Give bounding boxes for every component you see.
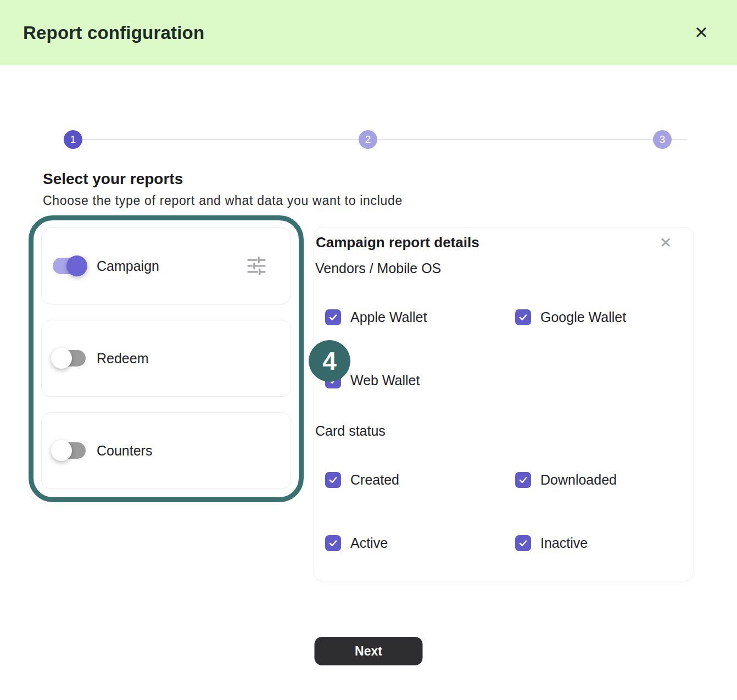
option-google-wallet[interactable]: Google Wallet — [515, 309, 626, 325]
option-created[interactable]: Created — [325, 472, 399, 488]
toggle-knob — [66, 255, 87, 276]
page-subtitle: Choose the type of report and what data … — [43, 193, 403, 208]
report-type-panel: Campaign Redeem Counters — [29, 215, 304, 502]
option-label: Created — [350, 472, 399, 488]
checkbox-checked[interactable] — [515, 309, 531, 325]
next-button[interactable]: Next — [315, 637, 423, 665]
option-apple-wallet[interactable]: Apple Wallet — [325, 309, 427, 325]
stepper-connector-line — [73, 139, 687, 140]
dialog-title: Report configuration — [23, 23, 204, 43]
report-card-counters[interactable]: Counters — [41, 412, 291, 489]
toggle-knob — [51, 440, 72, 461]
option-label: Apple Wallet — [350, 309, 427, 325]
campaign-toggle[interactable] — [53, 258, 86, 274]
option-label: Web Wallet — [350, 373, 420, 388]
campaign-report-details-panel: Campaign report details ✕ Vendors / Mobi… — [314, 227, 694, 581]
dialog-header: Report configuration ✕ — [0, 0, 737, 65]
close-icon[interactable]: ✕ — [689, 20, 714, 46]
checkbox-checked[interactable] — [325, 535, 341, 551]
report-card-campaign[interactable]: Campaign — [41, 227, 291, 304]
toggle-knob — [51, 348, 72, 369]
close-icon[interactable]: ✕ — [656, 233, 675, 253]
checkbox-checked[interactable] — [515, 472, 531, 488]
option-inactive[interactable]: Inactive — [515, 535, 588, 551]
option-label: Google Wallet — [540, 309, 626, 325]
details-panel-title: Campaign report details — [316, 234, 479, 251]
stepper-step-3[interactable]: 3 — [653, 130, 672, 149]
checkbox-checked[interactable] — [325, 309, 341, 325]
checkmark-icon — [518, 538, 528, 548]
checkbox-checked[interactable] — [515, 535, 531, 551]
report-card-redeem[interactable]: Redeem — [41, 320, 291, 397]
option-downloaded[interactable]: Downloaded — [515, 472, 617, 488]
section-label-card-status: Card status — [315, 423, 386, 439]
annotation-step-badge: 4 — [309, 340, 350, 382]
stepper-step-2[interactable]: 2 — [359, 130, 377, 149]
report-card-label: Campaign — [97, 258, 159, 274]
option-label: Active — [350, 535, 388, 551]
checkmark-icon — [328, 538, 338, 548]
checkmark-icon — [518, 312, 528, 323]
option-active[interactable]: Active — [325, 535, 388, 551]
checkmark-icon — [328, 312, 338, 323]
page-title: Select your reports — [43, 170, 183, 188]
counters-toggle[interactable] — [53, 442, 86, 459]
checkmark-icon — [328, 475, 338, 485]
option-label: Inactive — [540, 535, 588, 551]
option-label: Downloaded — [540, 472, 617, 488]
stepper-step-1[interactable]: 1 — [64, 130, 82, 149]
report-configuration-dialog: Report configuration ✕ 1 2 3 Select your… — [0, 0, 737, 700]
section-label-vendors: Vendors / Mobile OS — [315, 260, 441, 276]
sliders-icon[interactable] — [245, 255, 267, 277]
checkmark-icon — [518, 475, 528, 485]
checkbox-checked[interactable] — [325, 472, 341, 488]
redeem-toggle[interactable] — [53, 350, 86, 366]
report-card-label: Counters — [97, 443, 152, 459]
report-card-label: Redeem — [97, 351, 149, 366]
